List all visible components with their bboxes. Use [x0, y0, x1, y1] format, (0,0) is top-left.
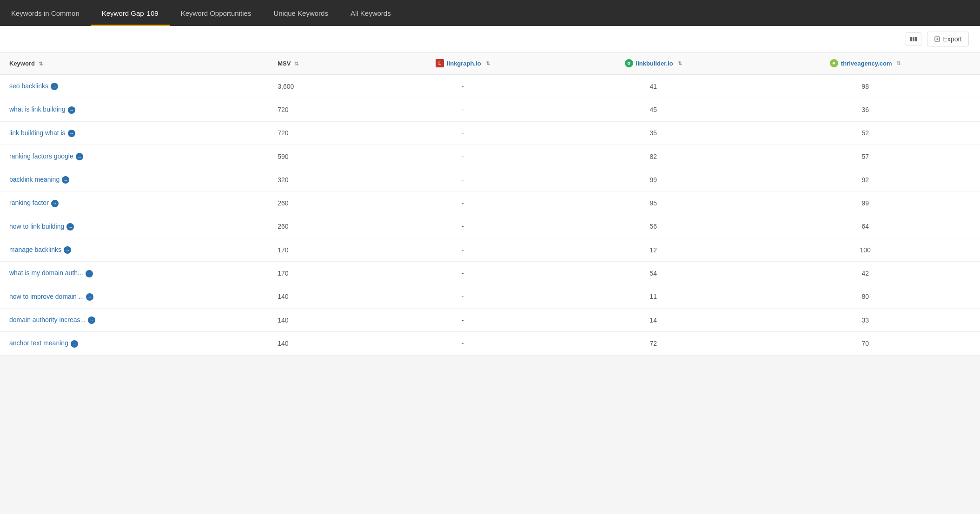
keyword-link[interactable]: what is my domain auth... — [9, 269, 83, 277]
linkgraph-cell: - — [370, 191, 556, 215]
tab-keyword-opportunities[interactable]: Keyword Opportunities — [170, 0, 263, 26]
sort-icon-linkgraph: ⇅ — [486, 60, 490, 66]
keyword-cell: manage backlinks→ — [0, 238, 268, 262]
thriveagency-cell: 33 — [750, 308, 980, 331]
favicon-linkbuilder: ✿ — [625, 59, 633, 67]
table-row: link building what is→720-3552 — [0, 121, 980, 145]
linkgraph-cell: - — [370, 308, 556, 331]
table-row: what is my domain auth...→170-5442 — [0, 262, 980, 285]
keyword-cell: backlink meaning→ — [0, 168, 268, 191]
keyword-info-icon[interactable]: → — [88, 316, 95, 324]
tab-all-keywords[interactable]: All Keywords — [339, 0, 402, 26]
table-row: how to improve domain ...→140-1180 — [0, 285, 980, 308]
columns-icon — [910, 35, 917, 43]
msv-cell: 140 — [268, 285, 369, 308]
table-header-row: Keyword ⇅ MSV ⇅ L linkgraph.io ⇅ ✿ — [0, 53, 980, 74]
linkbuilder-cell: 11 — [556, 285, 750, 308]
table-container: Keyword ⇅ MSV ⇅ L linkgraph.io ⇅ ✿ — [0, 53, 980, 356]
keyword-link[interactable]: how to improve domain ... — [9, 293, 84, 300]
thriveagency-cell: 98 — [750, 74, 980, 98]
linkbuilder-cell: 99 — [556, 168, 750, 191]
keyword-cell: what is my domain auth...→ — [0, 262, 268, 285]
col-header-thriveagency[interactable]: ❋ thriveagency.com ⇅ — [750, 53, 980, 74]
msv-cell: 170 — [268, 262, 369, 285]
tab-bar: Keywords in Common Keyword Gap 109 Keywo… — [0, 0, 980, 26]
keyword-link[interactable]: backlink meaning — [9, 176, 60, 183]
keyword-info-icon[interactable]: → — [86, 270, 93, 277]
keyword-info-icon[interactable]: → — [71, 340, 78, 348]
linkgraph-cell: - — [370, 285, 556, 308]
keyword-link[interactable]: link building what is — [9, 129, 66, 137]
sort-icon-msv: ⇅ — [294, 61, 298, 67]
tab-keyword-gap[interactable]: Keyword Gap 109 — [91, 0, 170, 26]
keyword-info-icon[interactable]: → — [51, 200, 59, 207]
keywords-table: Keyword ⇅ MSV ⇅ L linkgraph.io ⇅ ✿ — [0, 53, 980, 356]
linkbuilder-cell: 95 — [556, 191, 750, 215]
linkgraph-domain-link[interactable]: linkgraph.io — [447, 60, 481, 67]
keyword-cell: how to improve domain ...→ — [0, 285, 268, 308]
linkbuilder-domain-link[interactable]: linkbuilder.io — [636, 60, 673, 67]
thriveagency-cell: 52 — [750, 121, 980, 145]
keyword-cell: ranking factor→ — [0, 191, 268, 215]
thriveagency-cell: 64 — [750, 215, 980, 238]
thriveagency-cell: 70 — [750, 332, 980, 355]
keyword-link[interactable]: ranking factors google — [9, 152, 73, 160]
table-row: anchor text meaning→140-7270 — [0, 332, 980, 355]
sort-icon-thriveagency: ⇅ — [896, 60, 901, 66]
tab-unique-keywords[interactable]: Unique Keywords — [262, 0, 339, 26]
msv-cell: 170 — [268, 238, 369, 262]
col-header-keyword[interactable]: Keyword ⇅ — [0, 53, 268, 74]
keyword-info-icon[interactable]: → — [86, 293, 93, 301]
msv-cell: 260 — [268, 215, 369, 238]
linkbuilder-cell: 56 — [556, 215, 750, 238]
thriveagency-cell: 100 — [750, 238, 980, 262]
keyword-link[interactable]: what is link building — [9, 105, 66, 113]
msv-cell: 720 — [268, 121, 369, 145]
keyword-cell: what is link building→ — [0, 98, 268, 121]
thriveagency-domain-link[interactable]: thriveagency.com — [841, 60, 892, 67]
msv-cell: 140 — [268, 308, 369, 331]
col-header-linkgraph[interactable]: L linkgraph.io ⇅ — [370, 53, 556, 74]
tab-keywords-in-common[interactable]: Keywords in Common — [11, 0, 91, 26]
linkgraph-cell: - — [370, 215, 556, 238]
keyword-info-icon[interactable]: → — [68, 130, 75, 137]
linkgraph-cell: - — [370, 168, 556, 191]
linkbuilder-cell: 14 — [556, 308, 750, 331]
keyword-info-icon[interactable]: → — [51, 83, 58, 90]
col-header-msv[interactable]: MSV ⇅ — [268, 53, 369, 74]
table-row: how to link building→260-5664 — [0, 215, 980, 238]
sort-icon-keyword: ⇅ — [39, 61, 43, 67]
keyword-info-icon[interactable]: → — [68, 106, 75, 114]
keyword-link[interactable]: manage backlinks — [9, 246, 61, 253]
keyword-cell: how to link building→ — [0, 215, 268, 238]
keyword-info-icon[interactable]: → — [62, 176, 69, 184]
favicon-linkgraph: L — [436, 59, 444, 67]
keyword-link[interactable]: ranking factor — [9, 199, 49, 206]
thriveagency-cell: 92 — [750, 168, 980, 191]
keyword-cell: ranking factors google→ — [0, 145, 268, 168]
keyword-info-icon[interactable]: → — [66, 223, 74, 231]
thriveagency-cell: 36 — [750, 98, 980, 121]
linkbuilder-cell: 35 — [556, 121, 750, 145]
keyword-link[interactable]: domain authority increas... — [9, 316, 86, 323]
export-button[interactable]: Export — [927, 32, 969, 46]
col-header-linkbuilder[interactable]: ✿ linkbuilder.io ⇅ — [556, 53, 750, 74]
favicon-thriveagency: ❋ — [830, 59, 838, 67]
keyword-link[interactable]: seo backlinks — [9, 82, 48, 90]
svg-rect-0 — [910, 37, 912, 41]
keyword-info-icon[interactable]: → — [64, 246, 71, 254]
export-label: Export — [943, 35, 962, 43]
keyword-info-icon[interactable]: → — [76, 153, 83, 160]
columns-toggle-button[interactable] — [906, 32, 921, 46]
msv-cell: 720 — [268, 98, 369, 121]
keyword-cell: seo backlinks→ — [0, 74, 268, 98]
keyword-link[interactable]: anchor text meaning — [9, 339, 68, 347]
linkgraph-cell: - — [370, 98, 556, 121]
linkgraph-cell: - — [370, 74, 556, 98]
keyword-link[interactable]: how to link building — [9, 223, 64, 230]
msv-cell: 320 — [268, 168, 369, 191]
thriveagency-cell: 42 — [750, 262, 980, 285]
linkgraph-cell: - — [370, 332, 556, 355]
svg-rect-2 — [915, 37, 917, 41]
export-icon — [934, 36, 940, 42]
